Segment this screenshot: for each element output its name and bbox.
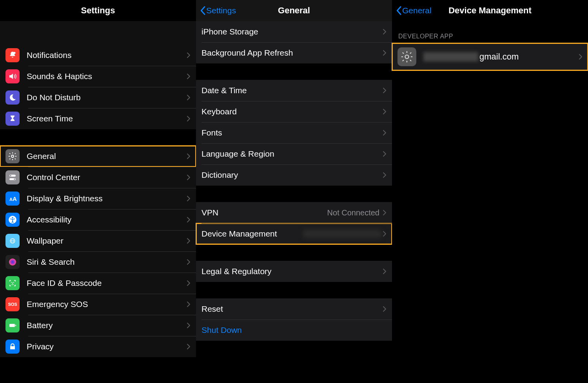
chevron-right-icon (579, 54, 583, 60)
chevron-right-icon (187, 259, 191, 265)
chevron-right-icon (187, 280, 191, 286)
settings-row-screen-time[interactable]: Screen Time (0, 108, 196, 129)
wallpaper-icon (5, 234, 20, 248)
chevron-right-icon (383, 268, 387, 275)
general-row-fonts[interactable]: Fonts (196, 122, 392, 143)
svg-point-12 (11, 282, 12, 283)
chevron-right-icon (187, 217, 191, 223)
svg-point-0 (14, 52, 16, 54)
back-label: Settings (206, 6, 236, 15)
chevron-right-icon (187, 116, 191, 122)
row-label: Screen Time (27, 108, 187, 129)
svg-point-9 (12, 217, 13, 219)
row-label: iPhone Storage (201, 22, 383, 42)
row-label: Do Not Disturb (27, 87, 187, 108)
chevron-right-icon (383, 130, 387, 136)
privacy-icon (5, 340, 20, 354)
settings-row-emergency-sos[interactable]: SOSEmergency SOS (0, 294, 196, 315)
accessibility-icon (5, 213, 20, 227)
row-label: Accessibility (27, 210, 187, 230)
spacer (196, 282, 392, 298)
settings-row-privacy[interactable]: Privacy (0, 336, 196, 357)
svg-point-11 (9, 258, 16, 266)
text-size-icon: AA (5, 192, 20, 206)
back-to-general-button[interactable]: General (395, 6, 432, 15)
row-label: Notifications (27, 45, 187, 65)
svg-point-13 (13, 282, 14, 283)
settings-row-do-not-disturb[interactable]: Do Not Disturb (0, 87, 196, 108)
svg-point-5 (14, 179, 15, 180)
row-label: Wallpaper (27, 231, 187, 251)
back-to-settings-button[interactable]: Settings (199, 6, 236, 15)
developer-app-row[interactable]: gmail.com (392, 43, 588, 70)
row-label: Keyboard (201, 101, 383, 122)
speaker-icon (5, 69, 20, 83)
row-label: Battery (27, 315, 187, 336)
settings-row-display-brightness[interactable]: AADisplay & Brightness (0, 188, 196, 209)
row-label: Legal & Regulatory (201, 261, 383, 282)
chevron-right-icon (187, 238, 191, 244)
gear-icon (5, 149, 20, 163)
general-row-legal-regulatory[interactable]: Legal & Regulatory (196, 261, 392, 282)
row-label: Dictionary (201, 165, 383, 185)
row-label: Reset (201, 299, 383, 319)
chevron-right-icon (187, 73, 191, 79)
general-row-reset[interactable]: Reset (196, 298, 392, 320)
general-row-language-region[interactable]: Language & Region (196, 143, 392, 164)
general-panel: Settings General iPhone StorageBackgroun… (196, 0, 392, 383)
spacer (196, 244, 392, 261)
chevron-right-icon (383, 306, 387, 312)
settings-row-siri-search[interactable]: Siri & Search (0, 251, 196, 273)
general-row-device-management[interactable]: Device Management (196, 223, 392, 244)
general-row-shut-down[interactable]: Shut Down (196, 320, 392, 341)
svg-rect-16 (15, 325, 16, 326)
chevron-right-icon (187, 301, 191, 307)
chevron-right-icon (383, 50, 387, 56)
chevron-right-icon (187, 174, 191, 181)
settings-row-general[interactable]: General (0, 146, 196, 167)
svg-point-3 (10, 175, 11, 177)
spacer (0, 129, 196, 146)
row-label: Emergency SOS (27, 294, 187, 314)
chevron-left-icon (395, 6, 402, 15)
general-row-date-time[interactable]: Date & Time (196, 80, 392, 101)
siri-icon (5, 255, 20, 269)
developer-app-section-header: DEVELOPER APP (392, 21, 588, 43)
general-navbar: Settings General (196, 0, 392, 21)
chevron-right-icon (383, 231, 387, 237)
row-label: General (27, 146, 187, 166)
general-row-vpn[interactable]: VPNNot Connected (196, 202, 392, 223)
chevron-right-icon (383, 172, 387, 178)
general-row-iphone-storage[interactable]: iPhone Storage (196, 21, 392, 42)
svg-rect-15 (9, 324, 15, 327)
svg-text:SOS: SOS (8, 302, 17, 307)
row-label: Background App Refresh (201, 43, 383, 63)
settings-row-wallpaper[interactable]: Wallpaper (0, 230, 196, 251)
general-row-background-app-refresh[interactable]: Background App Refresh (196, 42, 392, 63)
bell-icon (5, 48, 20, 62)
settings-row-battery[interactable]: Battery (0, 315, 196, 336)
row-label: VPN (201, 202, 327, 223)
sos-icon: SOS (5, 297, 20, 311)
chevron-right-icon (383, 108, 387, 115)
battery-icon (5, 318, 20, 332)
settings-row-face-id-passcode[interactable]: Face ID & Passcode (0, 273, 196, 294)
svg-point-1 (11, 155, 14, 157)
general-row-keyboard[interactable]: Keyboard (196, 101, 392, 122)
row-label: Fonts (201, 123, 383, 143)
row-label: Shut Down (201, 320, 387, 340)
chevron-right-icon (187, 153, 191, 159)
general-row-dictionary[interactable]: Dictionary (196, 164, 392, 186)
svg-text:A: A (13, 195, 17, 202)
chevron-left-icon (199, 6, 206, 15)
row-label: Language & Region (201, 144, 383, 164)
chevron-right-icon (187, 195, 191, 202)
svg-point-17 (405, 55, 408, 58)
chevron-right-icon (187, 94, 191, 101)
settings-row-sounds-haptics[interactable]: Sounds & Haptics (0, 66, 196, 87)
moon-icon (5, 90, 20, 105)
settings-row-accessibility[interactable]: Accessibility (0, 209, 196, 230)
settings-row-control-center[interactable]: Control Center (0, 167, 196, 188)
settings-navbar: Settings (0, 0, 196, 21)
settings-row-notifications[interactable]: Notifications (0, 45, 196, 66)
